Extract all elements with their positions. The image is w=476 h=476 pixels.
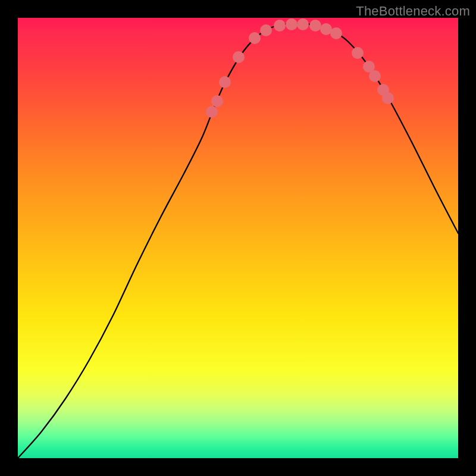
marker-dot bbox=[309, 20, 321, 32]
marker-dot bbox=[297, 18, 309, 30]
marker-dot bbox=[260, 24, 272, 36]
plot-area bbox=[18, 18, 458, 458]
marker-dot bbox=[286, 18, 298, 30]
marker-dot bbox=[233, 51, 245, 63]
marker-dot bbox=[249, 32, 261, 44]
marker-dot bbox=[211, 95, 223, 107]
marker-dot bbox=[352, 47, 364, 59]
marker-dot bbox=[274, 20, 286, 32]
marker-dot bbox=[382, 92, 394, 104]
chart-frame: TheBottleneck.com bbox=[0, 0, 476, 476]
marker-dot bbox=[369, 70, 381, 82]
bottleneck-curve-line bbox=[18, 24, 458, 458]
watermark-text: TheBottleneck.com bbox=[356, 4, 470, 19]
marker-dot bbox=[219, 76, 231, 88]
marker-dot bbox=[206, 106, 218, 118]
marker-group bbox=[206, 18, 394, 118]
marker-dot bbox=[330, 27, 342, 39]
curve-svg bbox=[18, 18, 458, 458]
